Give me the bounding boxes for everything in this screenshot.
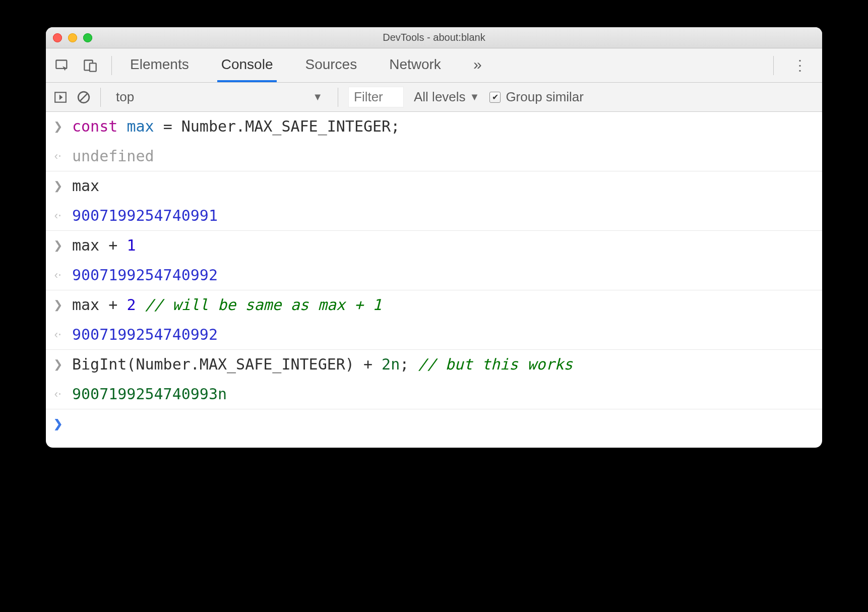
- console-output-value[interactable]: 9007199254740993n: [72, 383, 227, 406]
- console-entry: ❯max‹⋅9007199254740991: [46, 171, 822, 231]
- zoom-window-button[interactable]: [83, 33, 92, 42]
- devtools-window: DevTools - about:blank Elements Console …: [46, 27, 822, 448]
- separator: [100, 88, 101, 107]
- context-select[interactable]: top ▼: [111, 88, 328, 106]
- minimize-window-button[interactable]: [68, 33, 77, 42]
- console-output: ❯const max = Number.MAX_SAFE_INTEGER;‹⋅u…: [46, 112, 822, 448]
- input-prompt-icon: ❯: [53, 115, 63, 139]
- tab-sources[interactable]: Sources: [301, 48, 361, 82]
- tabs-overflow-button[interactable]: »: [469, 48, 486, 82]
- console-input-row: ❯const max = Number.MAX_SAFE_INTEGER;: [46, 112, 822, 142]
- group-similar-checkbox[interactable]: ✔ Group similar: [489, 89, 584, 105]
- console-input-code[interactable]: max + 2 // will be same as max + 1: [72, 293, 382, 317]
- devtools-toolbar: Elements Console Sources Network » ⋮: [46, 48, 822, 83]
- console-live-prompt[interactable]: ❯: [46, 409, 822, 448]
- inspect-element-icon[interactable]: [55, 58, 69, 73]
- toggle-sidebar-icon[interactable]: [54, 91, 67, 104]
- chevron-down-icon: ▼: [470, 91, 480, 103]
- separator: [111, 56, 112, 75]
- input-prompt-icon: ❯: [53, 174, 63, 198]
- group-similar-label: Group similar: [506, 89, 584, 105]
- device-toolbar-icon[interactable]: [83, 58, 97, 73]
- console-output-row: ‹⋅undefined: [46, 142, 822, 171]
- console-input-code[interactable]: BigInt(Number.MAX_SAFE_INTEGER) + 2n; //…: [72, 353, 573, 377]
- checkbox-icon: ✔: [489, 92, 501, 103]
- log-levels-select[interactable]: All levels ▼: [414, 89, 479, 105]
- console-output-row: ‹⋅9007199254740992: [46, 320, 822, 350]
- console-output-row: ‹⋅9007199254740992: [46, 261, 822, 290]
- console-input-code[interactable]: max: [72, 174, 99, 198]
- svg-line-5: [80, 93, 87, 101]
- chevron-down-icon: ▼: [313, 91, 323, 103]
- separator: [338, 88, 338, 107]
- input-prompt-icon: ❯: [53, 234, 63, 258]
- tab-network[interactable]: Network: [385, 48, 445, 82]
- tab-label: Network: [389, 56, 441, 73]
- output-prompt-icon: ‹⋅: [53, 204, 63, 228]
- console-entry: ❯BigInt(Number.MAX_SAFE_INTEGER) + 2n; /…: [46, 350, 822, 409]
- console-output-value[interactable]: 9007199254740992: [72, 264, 218, 287]
- console-input-row: ❯BigInt(Number.MAX_SAFE_INTEGER) + 2n; /…: [46, 350, 822, 380]
- clear-console-icon[interactable]: [77, 91, 90, 104]
- close-window-button[interactable]: [53, 33, 62, 42]
- console-entry: ❯const max = Number.MAX_SAFE_INTEGER;‹⋅u…: [46, 112, 822, 171]
- input-prompt-icon: ❯: [53, 353, 63, 377]
- console-input-row: ❯max + 2 // will be same as max + 1: [46, 290, 822, 320]
- settings-menu-button[interactable]: ⋮: [788, 57, 813, 74]
- window-title: DevTools - about:blank: [46, 32, 822, 43]
- console-toolbar: top ▼ All levels ▼ ✔ Group similar: [46, 83, 822, 112]
- tab-elements[interactable]: Elements: [126, 48, 193, 82]
- console-output-row: ‹⋅9007199254740991: [46, 201, 822, 231]
- output-prompt-icon: ‹⋅: [53, 145, 63, 168]
- titlebar: DevTools - about:blank: [46, 27, 822, 48]
- overflow-icon: »: [473, 56, 482, 73]
- console-output-row: ‹⋅9007199254740993n: [46, 380, 822, 409]
- input-cursor-icon: ❯: [53, 412, 63, 433]
- filter-input[interactable]: [348, 87, 404, 107]
- context-value: top: [116, 89, 134, 105]
- tab-label: Sources: [305, 56, 357, 73]
- console-output-value[interactable]: undefined: [72, 145, 154, 168]
- tab-label: Console: [221, 56, 273, 73]
- separator: [773, 56, 774, 75]
- output-prompt-icon: ‹⋅: [53, 383, 63, 406]
- tab-label: Elements: [130, 56, 189, 73]
- console-entry: ❯max + 2 // will be same as max + 1‹⋅900…: [46, 290, 822, 350]
- console-input-code[interactable]: const max = Number.MAX_SAFE_INTEGER;: [72, 115, 400, 139]
- console-output-value[interactable]: 9007199254740991: [72, 204, 218, 228]
- panel-tabs: Elements Console Sources Network »: [126, 48, 759, 82]
- output-prompt-icon: ‹⋅: [53, 323, 63, 347]
- levels-label: All levels: [414, 89, 466, 105]
- window-controls: [53, 33, 92, 42]
- console-input-row: ❯max + 1: [46, 231, 822, 261]
- svg-rect-0: [56, 60, 67, 68]
- console-input-row: ❯max: [46, 171, 822, 201]
- input-prompt-icon: ❯: [53, 293, 63, 317]
- output-prompt-icon: ‹⋅: [53, 264, 63, 287]
- console-entry: ❯max + 1‹⋅9007199254740992: [46, 231, 822, 290]
- console-output-value[interactable]: 9007199254740992: [72, 323, 218, 347]
- kebab-icon: ⋮: [793, 57, 808, 73]
- console-input-code[interactable]: max + 1: [72, 234, 136, 258]
- svg-rect-2: [90, 63, 96, 71]
- tab-console[interactable]: Console: [217, 48, 277, 82]
